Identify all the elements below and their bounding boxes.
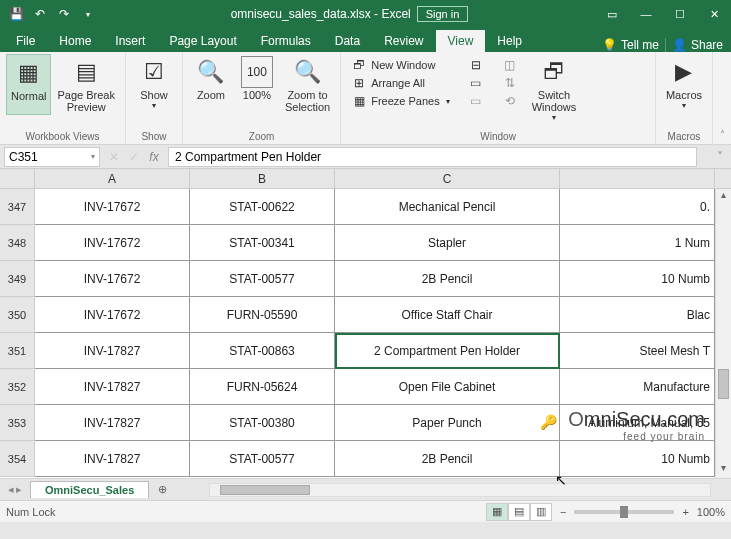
- hide-button[interactable]: ▭: [464, 74, 488, 92]
- side-by-side-button[interactable]: ◫: [498, 56, 522, 74]
- cell[interactable]: 0.: [560, 189, 715, 225]
- qat-customize-icon[interactable]: ▾: [78, 4, 98, 24]
- cell[interactable]: INV-17672: [35, 189, 190, 225]
- collapse-ribbon-button[interactable]: ˄: [713, 52, 731, 144]
- cell[interactable]: STAT-00622: [190, 189, 335, 225]
- tab-home[interactable]: Home: [47, 30, 103, 52]
- tab-formulas[interactable]: Formulas: [249, 30, 323, 52]
- row-header[interactable]: 350: [0, 297, 35, 333]
- cell[interactable]: STAT-00863: [190, 333, 335, 369]
- cell[interactable]: Stapler: [335, 225, 560, 261]
- ribbon-display-icon[interactable]: ▭: [595, 0, 629, 28]
- vertical-scrollbar[interactable]: ▴ ▾: [715, 189, 731, 478]
- cell[interactable]: INV-17827: [35, 441, 190, 477]
- cell[interactable]: 2B Pencil: [335, 261, 560, 297]
- scroll-thumb[interactable]: [220, 485, 310, 495]
- cell[interactable]: STAT-00341: [190, 225, 335, 261]
- sync-scroll-button[interactable]: ⇅: [498, 74, 522, 92]
- reset-position-button[interactable]: ⟲: [498, 92, 522, 110]
- cell[interactable]: 2B Pencil: [335, 441, 560, 477]
- cell[interactable]: STAT-00577: [190, 441, 335, 477]
- maximize-icon[interactable]: ☐: [663, 0, 697, 28]
- page-break-preview-button[interactable]: ▤ Page Break Preview: [53, 54, 118, 115]
- cell[interactable]: FURN-05624: [190, 369, 335, 405]
- cell[interactable]: Mechanical Pencil: [335, 189, 560, 225]
- column-header[interactable]: B: [190, 169, 335, 188]
- add-sheet-button[interactable]: ⊕: [149, 483, 169, 496]
- tab-file[interactable]: File: [4, 30, 47, 52]
- cancel-formula-icon[interactable]: ✕: [104, 150, 124, 164]
- zoom-out-button[interactable]: −: [560, 506, 566, 518]
- cell[interactable]: Steel Mesh T: [560, 333, 715, 369]
- row-header[interactable]: 353: [0, 405, 35, 441]
- normal-view-button[interactable]: ▦ Normal: [6, 54, 51, 115]
- fx-icon[interactable]: fx: [144, 150, 164, 164]
- column-header[interactable]: A: [35, 169, 190, 188]
- tab-insert[interactable]: Insert: [103, 30, 157, 52]
- cell[interactable]: INV-17827: [35, 333, 190, 369]
- normal-view-icon[interactable]: ▦: [486, 503, 508, 521]
- unhide-button[interactable]: ▭: [464, 92, 488, 110]
- tab-view[interactable]: View: [436, 30, 486, 52]
- tab-data[interactable]: Data: [323, 30, 372, 52]
- tab-help[interactable]: Help: [485, 30, 534, 52]
- tab-review[interactable]: Review: [372, 30, 435, 52]
- scroll-up-icon[interactable]: ▴: [716, 189, 731, 205]
- cell[interactable]: 10 Numb: [560, 441, 715, 477]
- redo-icon[interactable]: ↷: [54, 4, 74, 24]
- cell[interactable]: Blac: [560, 297, 715, 333]
- macros-button[interactable]: ▶ Macros ▾: [662, 54, 706, 112]
- undo-icon[interactable]: ↶: [30, 4, 50, 24]
- sheet-tab[interactable]: OmniSecu_Sales: [30, 481, 149, 498]
- share-button[interactable]: 👤Share: [672, 38, 723, 52]
- cell[interactable]: 1 Num: [560, 225, 715, 261]
- formula-input[interactable]: 2 Compartment Pen Holder: [168, 147, 697, 167]
- row-header[interactable]: 349: [0, 261, 35, 297]
- cell[interactable]: INV-17672: [35, 261, 190, 297]
- zoom-100-button[interactable]: 100 100%: [235, 54, 279, 115]
- tell-me-button[interactable]: 💡Tell me: [602, 38, 659, 52]
- arrange-all-button[interactable]: ⊞Arrange All: [347, 74, 453, 92]
- sign-in-button[interactable]: Sign in: [417, 6, 469, 22]
- cell[interactable]: 10 Numb: [560, 261, 715, 297]
- cell[interactable]: FURN-05590: [190, 297, 335, 333]
- column-header[interactable]: [560, 169, 715, 188]
- row-header[interactable]: 348: [0, 225, 35, 261]
- row-header[interactable]: 351: [0, 333, 35, 369]
- cell[interactable]: Aluminium, Manual, 65: [560, 405, 715, 441]
- show-button[interactable]: ☑ Show ▾: [132, 54, 176, 112]
- cell[interactable]: Manufacture: [560, 369, 715, 405]
- freeze-panes-button[interactable]: ▦Freeze Panes▾: [347, 92, 453, 110]
- cell[interactable]: INV-17827: [35, 405, 190, 441]
- cell[interactable]: 2 Compartment Pen Holder: [335, 333, 560, 369]
- scroll-down-icon[interactable]: ▾: [716, 462, 731, 478]
- sheet-prev-icon[interactable]: ◂: [8, 483, 14, 496]
- cell[interactable]: Paper Punch: [335, 405, 560, 441]
- cell[interactable]: INV-17672: [35, 225, 190, 261]
- select-all-button[interactable]: [0, 169, 35, 188]
- cell[interactable]: Office Staff Chair: [335, 297, 560, 333]
- new-window-button[interactable]: 🗗New Window: [347, 56, 453, 74]
- zoom-button[interactable]: 🔍 Zoom: [189, 54, 233, 115]
- close-icon[interactable]: ✕: [697, 0, 731, 28]
- expand-formula-bar-icon[interactable]: ˅: [713, 150, 727, 164]
- cell[interactable]: STAT-00577: [190, 261, 335, 297]
- row-header[interactable]: 354: [0, 441, 35, 477]
- zoom-in-button[interactable]: +: [682, 506, 688, 518]
- minimize-icon[interactable]: —: [629, 0, 663, 28]
- name-box[interactable]: C351▾: [4, 147, 100, 167]
- row-header[interactable]: 347: [0, 189, 35, 225]
- cell[interactable]: Open File Cabinet: [335, 369, 560, 405]
- scroll-thumb[interactable]: [718, 369, 729, 399]
- horizontal-scrollbar[interactable]: [209, 483, 711, 497]
- zoom-slider[interactable]: [574, 510, 674, 514]
- zoom-level[interactable]: 100%: [697, 506, 725, 518]
- column-header[interactable]: C: [335, 169, 560, 188]
- sheet-next-icon[interactable]: ▸: [16, 483, 22, 496]
- split-button[interactable]: ⊟: [464, 56, 488, 74]
- row-header[interactable]: 352: [0, 369, 35, 405]
- cell[interactable]: INV-17672: [35, 297, 190, 333]
- cell[interactable]: INV-17827: [35, 369, 190, 405]
- page-break-view-icon[interactable]: ▥: [530, 503, 552, 521]
- cell[interactable]: STAT-00380: [190, 405, 335, 441]
